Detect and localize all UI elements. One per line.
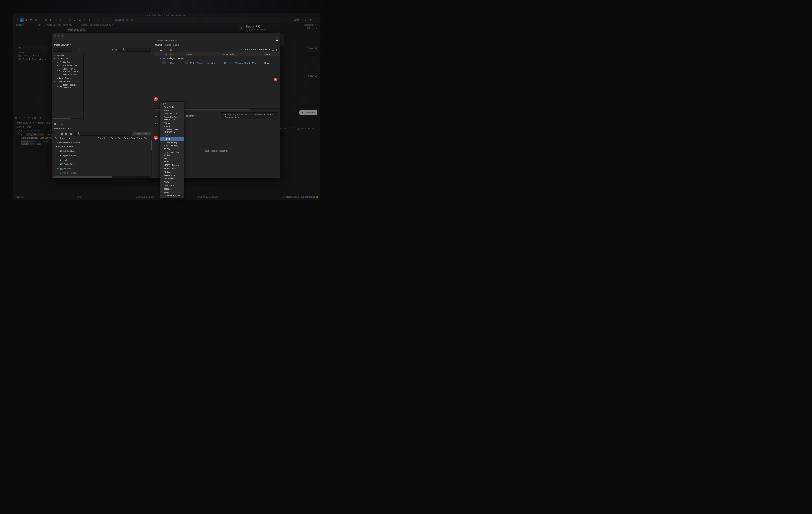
format-option[interactable]: MPEG2 Blu-ray: [160, 163, 184, 167]
preset-row[interactable]: ▾📺 Broadcast: [54, 167, 152, 171]
comp-tab[interactable]: × ▪ Composition Main_1920x1080 ≡: [78, 24, 113, 26]
nav-back-icon[interactable]: ←: [74, 48, 76, 51]
selection-tool-icon[interactable]: ▶: [20, 18, 24, 22]
nav-fwd-icon[interactable]: →: [78, 48, 80, 51]
preset-row[interactable]: ▾🔊 Audio Only: [54, 162, 152, 166]
gear-icon[interactable]: ⚙: [315, 26, 317, 29]
type-tool-icon[interactable]: T: [63, 18, 67, 22]
add-preset-icon[interactable]: +: [54, 132, 56, 135]
preset-browser-tab[interactable]: Preset Browser: [54, 127, 69, 130]
apply-preset-button[interactable]: Apply Preset: [134, 132, 151, 135]
format-option[interactable]: AS-11: [160, 125, 184, 128]
preset-target-col[interactable]: Target Rate: [137, 137, 150, 140]
snap-grid-icon[interactable]: ▦: [130, 18, 134, 22]
format-option[interactable]: OpenEXR: [160, 177, 184, 180]
filter-icon[interactable]: ▼: [111, 48, 114, 51]
preset-link[interactable]: Match Source - High bitrate: [189, 62, 222, 64]
format-option[interactable]: HEVC (H.265): [160, 144, 184, 147]
eraser-tool-icon[interactable]: ◆: [78, 18, 82, 22]
preset-framesize-col[interactable]: Frame Size: [111, 137, 124, 140]
format-option[interactable]: AAC Audio: [160, 105, 184, 109]
trash-icon[interactable]: 🗑: [39, 116, 42, 119]
format-option[interactable]: JPEG 2000 MXF OP1a: [160, 151, 184, 157]
remove-icon[interactable]: −: [165, 48, 167, 51]
watch-folders-tab[interactable]: Watch Folders: [165, 43, 179, 46]
format-option[interactable]: TIFF: [160, 190, 184, 194]
output-link[interactable]: /Users/..des/Desktop/Render/Main_1920x10…: [224, 62, 263, 64]
search-help-icon[interactable]: ⊡: [309, 18, 313, 22]
preset-scrollbar[interactable]: [151, 140, 152, 176]
ame-workspace-label[interactable]: Default Workspace: [156, 39, 174, 42]
format-option[interactable]: H.264: [160, 137, 184, 141]
brush-tool-icon[interactable]: ✐: [68, 18, 72, 22]
tree-cc[interactable]: ▾Creative Cloud: [52, 80, 83, 83]
list-view-icon[interactable]: ≣: [54, 122, 56, 125]
pause-icon[interactable]: ▤: [272, 48, 274, 51]
tree-item[interactable]: ▸🗀 Notion Installer: [52, 73, 83, 77]
render-settings-link[interactable]: Best Settings: [39, 137, 52, 139]
tree-item[interactable]: ▸🗀 Mister Horse Product Manager: [52, 67, 83, 73]
help-icon[interactable]: ?: [312, 26, 313, 29]
pan-behind-icon[interactable]: ◧: [49, 18, 53, 22]
preset-row[interactable]: ▸Apple ProRes: [54, 171, 152, 175]
format-option[interactable]: JPEG: [160, 147, 184, 151]
traffic-close-icon[interactable]: [54, 34, 56, 37]
share-icon[interactable]: ☰: [315, 18, 318, 22]
thumb-view-icon[interactable]: ▪: [58, 122, 59, 125]
queue-tab[interactable]: Queue: [155, 43, 162, 46]
effects-tab[interactable]: ▪ Effect Controls Spotlight-Promo-4K. »: [36, 24, 75, 26]
queue-ame-button[interactable]: ▤ Queue in AME: [293, 126, 317, 131]
thumb-size-slider[interactable]: [61, 124, 76, 124]
queue-source-row[interactable]: ▾AeMain_1920x1080: [153, 56, 280, 61]
camera-tool-icon[interactable]: ↻: [44, 18, 48, 22]
bpc-label[interactable]: 8 bpc: [32, 117, 37, 119]
zoom-tool-icon[interactable]: 🔍: [29, 18, 33, 22]
clone-tool-icon[interactable]: ▲: [73, 18, 77, 22]
workspace-label[interactable]: Default: [292, 18, 302, 22]
format-option[interactable]: Animated GIF: [160, 112, 184, 115]
export-preset-icon[interactable]: 🗀: [69, 132, 72, 135]
preset-search-input[interactable]: [74, 132, 132, 135]
discord-icon[interactable]: 🎮: [307, 26, 310, 29]
copy-icon[interactable]: ⧉: [170, 48, 172, 51]
comp-chip[interactable]: Main_1920x1080: [66, 28, 87, 32]
interpret-icon[interactable]: ▦: [15, 116, 18, 119]
tree-item[interactable]: ▸☁ Team Projects Versions: [52, 83, 83, 89]
preset-row[interactable]: ▸Apple ProRes: [54, 153, 152, 157]
notify-checkbox[interactable]: ☐: [283, 196, 285, 198]
format-option[interactable]: PNG: [160, 180, 184, 184]
preset-row[interactable]: ▾System Presets: [54, 145, 152, 149]
sync-icon[interactable]: ⇅: [272, 39, 274, 42]
settings-icon[interactable]: ✦: [28, 116, 31, 119]
import-preset-icon[interactable]: 🗀: [65, 132, 67, 135]
comp-icon[interactable]: ▭: [24, 116, 26, 119]
expand-icon[interactable]: »: [304, 18, 308, 22]
format-option[interactable]: AIFF: [160, 109, 184, 112]
snap-checkbox[interactable]: ☐: [109, 18, 113, 22]
snap-option-icon[interactable]: ⤢: [125, 18, 129, 22]
customize-button[interactable]: ✦ Customize: [299, 110, 317, 115]
align-icon[interactable]: ▯: [97, 18, 100, 22]
media-search-input[interactable]: [119, 48, 151, 52]
preset-settings-icon[interactable]: ▦: [61, 132, 63, 135]
format-option[interactable]: MPEG2: [160, 160, 184, 163]
format-option[interactable]: H.264 Blu-ray: [160, 141, 184, 144]
auto-encode-checkbox[interactable]: ☑: [240, 49, 242, 51]
format-option[interactable]: DNxHR/DNxHD MXF OP1a: [160, 128, 184, 134]
media-browser-tab[interactable]: Media Browser: [54, 43, 69, 46]
pen-tool-icon[interactable]: ✎: [58, 18, 62, 22]
start-queue-icon[interactable]: ▶: [276, 48, 278, 51]
chat-icon[interactable]: 💬: [276, 39, 279, 42]
preset-row[interactable]: User Presets & Groups: [54, 140, 152, 144]
format-option[interactable]: AS-10: [160, 121, 184, 125]
rotate-tool-icon[interactable]: ✦: [39, 18, 43, 22]
tree-item[interactable]: ▸🗀 Macintosh HD: [52, 64, 83, 67]
view-icon[interactable]: ◉: [115, 48, 117, 51]
traffic-max-icon[interactable]: [61, 34, 64, 37]
format-option[interactable]: DPX: [160, 134, 184, 137]
add-source-icon[interactable]: +: [155, 48, 157, 51]
preset-row[interactable]: ▾▣ Adobe Stock: [54, 149, 152, 153]
project-tab[interactable]: Project ≡: [15, 24, 24, 26]
puppet-tool-icon[interactable]: ★: [88, 18, 91, 22]
rq-tab-queue[interactable]: × Render Queue: [36, 122, 53, 124]
